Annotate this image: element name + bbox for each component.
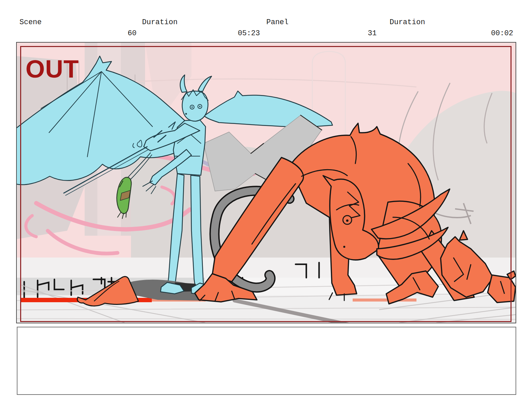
notes-box	[17, 327, 516, 395]
header-label-duration2: Duration	[390, 18, 425, 27]
header-label-duration1: Duration	[142, 18, 178, 27]
header-value-duration2: 00:02	[491, 30, 513, 38]
panel-artwork	[17, 43, 516, 323]
header-value-panel: 31	[368, 30, 376, 38]
header-value-duration1: 05:23	[238, 30, 260, 38]
storyboard-page: Scene Duration Panel Duration 60 05:23 3…	[0, 0, 532, 411]
storyboard-panel: OUT	[16, 42, 516, 323]
header-value-scene: 60	[128, 30, 136, 38]
out-label: OUT	[26, 57, 79, 82]
header-label-scene: Scene	[19, 18, 42, 27]
header-label-panel: Panel	[266, 18, 289, 27]
